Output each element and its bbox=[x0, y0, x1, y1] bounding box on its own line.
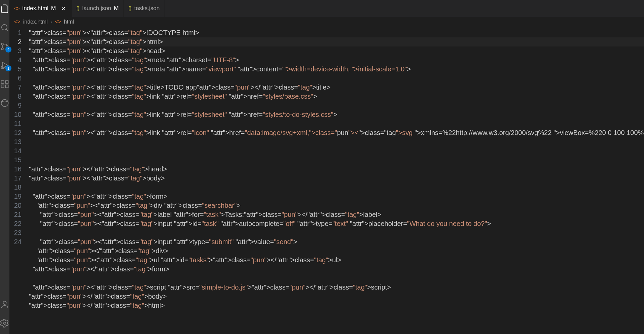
code-editor[interactable]: 123456789101112131415161718192021222324 … bbox=[9, 27, 644, 334]
extensions-icon[interactable] bbox=[0, 79, 9, 89]
search-icon[interactable] bbox=[0, 23, 9, 32]
close-icon[interactable]: ✕ bbox=[61, 5, 67, 11]
editor-tab[interactable]: {}launch.jsonM bbox=[72, 0, 124, 17]
files-icon[interactable] bbox=[0, 4, 9, 13]
breadcrumb[interactable]: <> index.html › <> html bbox=[9, 17, 644, 27]
svg-point-0 bbox=[2, 25, 7, 30]
editor-tab[interactable]: <>index.htmlM✕ bbox=[9, 0, 72, 17]
svg-line-1 bbox=[6, 29, 8, 31]
svg-rect-9 bbox=[1, 85, 4, 88]
breadcrumb-file: index.html bbox=[23, 19, 48, 25]
edge-icon[interactable] bbox=[0, 98, 9, 108]
svg-rect-7 bbox=[1, 81, 4, 84]
scm-icon[interactable]: 4 bbox=[0, 42, 9, 51]
editor-tab[interactable]: {}tasks.json bbox=[124, 0, 165, 17]
svg-point-2 bbox=[1, 43, 3, 45]
svg-rect-8 bbox=[5, 81, 8, 84]
breadcrumb-elem: html bbox=[64, 19, 74, 25]
svg-point-3 bbox=[1, 48, 3, 50]
svg-rect-10 bbox=[5, 85, 8, 88]
debug-icon[interactable]: 1 bbox=[0, 61, 9, 70]
svg-point-12 bbox=[3, 301, 6, 304]
account-icon[interactable] bbox=[0, 300, 9, 309]
svg-point-13 bbox=[4, 322, 6, 325]
editor-column: <>index.htmlM✕{}launch.jsonM{}tasks.json… bbox=[9, 0, 644, 334]
gear-icon[interactable] bbox=[0, 319, 9, 328]
activity-bar: 4 1 bbox=[0, 0, 9, 334]
svg-point-11 bbox=[1, 100, 8, 107]
editor-tabs: <>index.htmlM✕{}launch.jsonM{}tasks.json… bbox=[9, 0, 644, 17]
